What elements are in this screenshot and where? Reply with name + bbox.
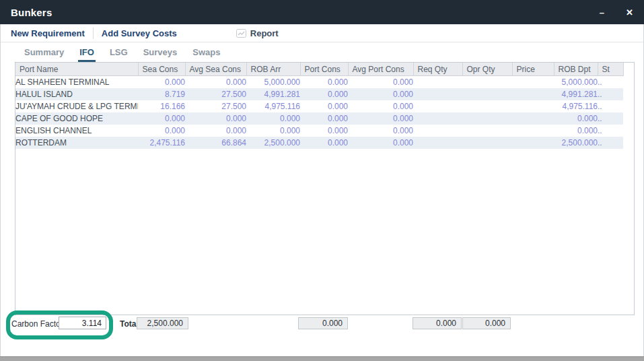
column-header-st[interactable]: St xyxy=(598,63,623,76)
toolbar-divider xyxy=(93,28,94,39)
cell-price xyxy=(512,76,554,89)
window-controls: – ✕ xyxy=(600,8,633,17)
cell-port-cons: 0.000 xyxy=(300,112,348,125)
table-row[interactable]: HALUL ISLAND8.71927.5004,991.2810.0000.0… xyxy=(15,88,623,100)
add-survey-costs-button[interactable]: Add Survey Costs xyxy=(102,28,177,38)
table-header-row: Port NameSea ConsAvg Sea ConsROB ArrPort… xyxy=(15,63,623,76)
cell-opr-qty xyxy=(462,112,512,125)
cell-rob-arr: 2,500.000 xyxy=(246,137,300,149)
table-body: AL SHAHEEN TERMINAL0.0000.0005,000.0000.… xyxy=(15,76,623,150)
cell-rob-dpt: 5,000.000 xyxy=(554,76,598,89)
title-bar: Bunkers – ✕ xyxy=(0,0,644,24)
cell-st: .. xyxy=(598,125,623,137)
cell-avg-sea-cons: 0.000 xyxy=(185,112,246,125)
cell-rob-dpt: 4,975.116 xyxy=(554,100,598,112)
tab-strip: Summary IFO LSG Surveys Swaps xyxy=(1,42,643,62)
tab-ifo[interactable]: IFO xyxy=(78,47,96,62)
total-label: Total xyxy=(120,319,139,329)
carbon-factor-label: Carbon Factor xyxy=(11,319,63,329)
cell-opr-qty xyxy=(462,76,512,89)
column-header-rob-arr[interactable]: ROB Arr xyxy=(246,63,300,76)
cell-rob-arr: 4,991.281 xyxy=(246,88,300,100)
table-row[interactable]: JU'AYMAH CRUDE & LPG TERMIN16.16627.5004… xyxy=(15,100,623,112)
column-header-port-name[interactable]: Port Name xyxy=(15,63,138,76)
cell-rob-dpt: 2,500.000 xyxy=(554,137,598,149)
column-header-price[interactable]: Price xyxy=(512,63,554,76)
cell-rob-arr: 0.000 xyxy=(246,112,300,125)
cell-price xyxy=(512,125,554,137)
cell-sea-cons: 0.000 xyxy=(138,76,185,89)
cell-port-name: HALUL ISLAND xyxy=(15,88,138,100)
line-chart-icon xyxy=(236,29,246,38)
carbon-factor-input[interactable] xyxy=(59,317,106,329)
window-title: Bunkers xyxy=(11,7,52,18)
cell-price xyxy=(512,112,554,125)
minimize-icon[interactable]: – xyxy=(600,8,604,17)
cell-avg-port-cons: 0.000 xyxy=(348,112,413,125)
cell-port-cons: 0.000 xyxy=(300,88,348,100)
cell-sea-cons: 0.000 xyxy=(138,125,185,137)
column-header-rob-dpt[interactable]: ROB Dpt xyxy=(554,63,598,76)
bunker-table: Port NameSea ConsAvg Sea ConsROB ArrPort… xyxy=(15,63,624,149)
column-header-req-qty[interactable]: Req Qty xyxy=(413,63,462,76)
column-header-avg-sea-cons[interactable]: Avg Sea Cons xyxy=(185,63,246,76)
cell-avg-sea-cons: 0.000 xyxy=(185,125,246,137)
bunkers-table-panel: Port NameSea ConsAvg Sea ConsROB ArrPort… xyxy=(15,62,635,315)
cell-rob-arr: 4,975.116 xyxy=(246,100,300,112)
cell-port-cons: 0.000 xyxy=(300,100,348,112)
tab-lsg[interactable]: LSG xyxy=(108,47,129,62)
tab-summary[interactable]: Summary xyxy=(23,47,65,62)
column-header-sea-cons[interactable]: Sea Cons xyxy=(138,63,185,76)
cell-req-qty xyxy=(413,76,462,89)
cell-rob-dpt: 4,991.281 xyxy=(554,88,598,100)
cell-req-qty xyxy=(413,125,462,137)
table-row[interactable]: CAPE OF GOOD HOPE0.0000.0000.0000.0000.0… xyxy=(15,112,623,125)
cell-req-qty xyxy=(413,137,462,149)
cell-avg-port-cons: 0.000 xyxy=(348,125,413,137)
table-row[interactable]: ROTTERDAM2,475.11666.8642,500.0000.0000.… xyxy=(15,137,623,149)
cell-price xyxy=(512,137,554,149)
cell-rob-dpt: 0.000 xyxy=(554,125,598,137)
cell-avg-sea-cons: 27.500 xyxy=(185,88,246,100)
cell-st: .. xyxy=(598,100,623,112)
cell-avg-sea-cons: 27.500 xyxy=(185,100,246,112)
column-header-avg-port-cons[interactable]: Avg Port Cons xyxy=(348,63,413,76)
cell-sea-cons: 0.000 xyxy=(138,112,185,125)
table-row[interactable]: ENGLISH CHANNEL0.0000.0000.0000.0000.000… xyxy=(15,125,623,137)
column-header-opr-qty[interactable]: Opr Qty xyxy=(462,63,512,76)
cell-st: .. xyxy=(598,76,623,89)
cell-rob-arr: 0.000 xyxy=(246,125,300,137)
cell-rob-arr: 5,000.000 xyxy=(246,76,300,89)
table-row[interactable]: AL SHAHEEN TERMINAL0.0000.0005,000.0000.… xyxy=(15,76,623,89)
cell-req-qty xyxy=(413,112,462,125)
cell-sea-cons: 2,475.116 xyxy=(138,137,185,149)
cell-rob-dpt: 0.000 xyxy=(554,112,598,125)
cell-port-name: JU'AYMAH CRUDE & LPG TERMIN xyxy=(15,100,138,112)
total-port-cons: 0.000 xyxy=(298,317,348,329)
cell-avg-port-cons: 0.000 xyxy=(348,100,413,112)
tab-swaps[interactable]: Swaps xyxy=(191,47,221,62)
cell-avg-port-cons: 0.000 xyxy=(348,76,413,89)
cell-port-name: CAPE OF GOOD HOPE xyxy=(15,112,138,125)
cell-port-cons: 0.000 xyxy=(300,137,348,149)
cell-st: .. xyxy=(598,112,623,125)
new-requirement-button[interactable]: New Requirement xyxy=(11,28,85,38)
tab-surveys[interactable]: Surveys xyxy=(142,47,179,62)
cell-sea-cons: 16.166 xyxy=(138,100,185,112)
total-sea-cons: 2,500.000 xyxy=(137,317,188,329)
cell-port-cons: 0.000 xyxy=(300,76,348,89)
cell-avg-sea-cons: 0.000 xyxy=(185,76,246,89)
cell-price xyxy=(512,88,554,100)
window-bottom-border xyxy=(0,356,644,361)
cell-port-name: AL SHAHEEN TERMINAL xyxy=(15,76,138,89)
cell-req-qty xyxy=(413,88,462,100)
cell-avg-port-cons: 0.000 xyxy=(348,137,413,149)
column-header-port-cons[interactable]: Port Cons xyxy=(300,63,348,76)
cell-avg-port-cons: 0.000 xyxy=(348,88,413,100)
bunkers-window: Bunkers – ✕ New Requirement Add Survey C… xyxy=(0,0,644,361)
cell-price xyxy=(512,100,554,112)
cell-sea-cons: 8.719 xyxy=(138,88,185,100)
report-button[interactable]: Report xyxy=(236,28,279,38)
cell-st: .. xyxy=(598,88,623,100)
close-icon[interactable]: ✕ xyxy=(626,8,633,17)
